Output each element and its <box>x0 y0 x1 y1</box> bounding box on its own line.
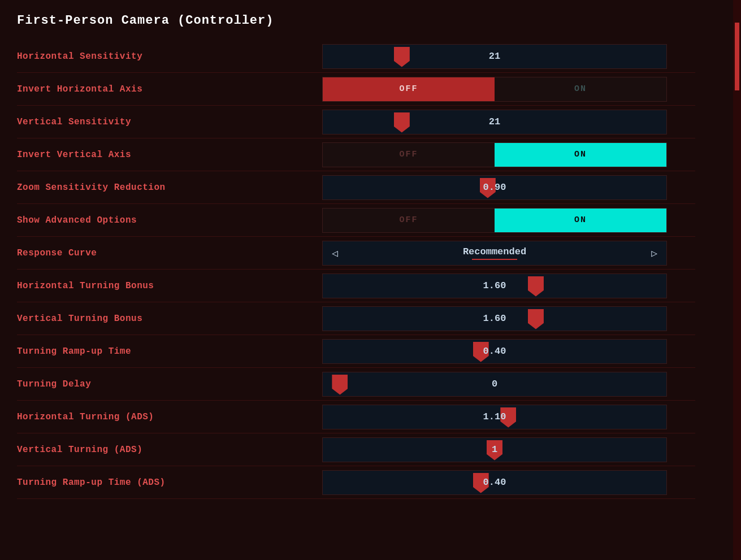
label-vertical-turning-ads: Vertical Turning (ADS) <box>17 445 322 455</box>
toggle-off-invert-horizontal-axis[interactable]: OFF <box>323 77 495 101</box>
slider-horizontal-turning-bonus[interactable]: 1.60 <box>322 274 667 298</box>
label-horizontal-turning-ads: Horizontal Turning (ADS) <box>17 412 322 422</box>
selector-response-curve[interactable]: ◁Recommended▷ <box>322 241 667 266</box>
slider-turning-ramp-up-time-ads[interactable]: 0.40 <box>322 470 667 495</box>
label-vertical-sensitivity: Vertical Sensitivity <box>17 117 322 127</box>
setting-row-horizontal-turning-bonus: Horizontal Turning Bonus1.60 <box>17 270 695 302</box>
setting-row-vertical-turning-ads: Vertical Turning (ADS)1 <box>17 433 695 466</box>
setting-row-zoom-sensitivity-reduction: Zoom Sensitivity Reduction0.90 <box>17 171 695 204</box>
control-vertical-turning-ads[interactable]: 1 <box>322 437 695 462</box>
control-invert-horizontal-axis[interactable]: OFFON <box>322 77 695 102</box>
label-horizontal-sensitivity: Horizontal Sensitivity <box>17 51 322 62</box>
slider-value-turning-delay: 0 <box>492 379 497 389</box>
selector-left-arrow-response-curve[interactable]: ◁ <box>332 247 338 259</box>
selector-underline-response-curve <box>472 259 517 260</box>
toggle-on-invert-horizontal-axis[interactable]: ON <box>495 77 666 101</box>
scrollbar[interactable] <box>733 0 741 560</box>
setting-row-turning-ramp-up-time-ads: Turning Ramp-up Time (ADS)0.40 <box>17 466 695 499</box>
selector-text-response-curve: Recommended <box>463 246 526 257</box>
slider-vertical-turning-ads[interactable]: 1 <box>322 437 667 462</box>
toggle-invert-vertical-axis[interactable]: OFFON <box>322 142 667 167</box>
slider-value-vertical-sensitivity: 21 <box>489 116 500 127</box>
control-vertical-turning-bonus[interactable]: 1.60 <box>322 306 695 331</box>
scrollbar-thumb[interactable] <box>735 23 739 90</box>
settings-list: Horizontal Sensitivity21Invert Horizonta… <box>17 40 695 499</box>
slider-vertical-turning-bonus[interactable]: 1.60 <box>322 306 667 331</box>
label-turning-delay: Turning Delay <box>17 379 322 389</box>
slider-turning-ramp-up-time[interactable]: 0.40 <box>322 339 667 364</box>
toggle-on-invert-vertical-axis[interactable]: ON <box>495 143 666 167</box>
slider-vertical-sensitivity[interactable]: 21 <box>322 110 667 134</box>
label-show-advanced-options: Show Advanced Options <box>17 215 322 225</box>
label-turning-ramp-up-time: Turning Ramp-up Time <box>17 346 322 357</box>
slider-turning-delay[interactable]: 0 <box>322 372 667 397</box>
slider-thumb-horizontal-turning-bonus <box>528 276 544 297</box>
label-vertical-turning-bonus: Vertical Turning Bonus <box>17 314 322 324</box>
slider-value-horizontal-sensitivity: 21 <box>489 51 500 62</box>
label-invert-vertical-axis: Invert Vertical Axis <box>17 150 322 160</box>
setting-row-horizontal-sensitivity: Horizontal Sensitivity21 <box>17 40 695 73</box>
slider-thumb-horizontal-sensitivity <box>394 47 410 67</box>
control-turning-ramp-up-time[interactable]: 0.40 <box>322 339 695 364</box>
setting-row-response-curve: Response Curve◁Recommended▷ <box>17 237 695 270</box>
page-title: First-Person Camera (Controller) <box>17 14 695 28</box>
slider-horizontal-turning-ads[interactable]: 1.10 <box>322 405 667 429</box>
toggle-off-show-advanced-options[interactable]: OFF <box>323 209 495 232</box>
control-show-advanced-options[interactable]: OFFON <box>322 208 695 233</box>
slider-zoom-sensitivity-reduction[interactable]: 0.90 <box>322 175 667 200</box>
setting-row-turning-delay: Turning Delay0 <box>17 368 695 401</box>
toggle-off-invert-vertical-axis[interactable]: OFF <box>323 143 495 167</box>
slider-value-horizontal-turning-bonus: 1.60 <box>483 280 506 291</box>
setting-row-invert-horizontal-axis: Invert Horizontal AxisOFFON <box>17 73 695 106</box>
label-horizontal-turning-bonus: Horizontal Turning Bonus <box>17 281 322 291</box>
control-turning-ramp-up-time-ads[interactable]: 0.40 <box>322 470 695 495</box>
toggle-show-advanced-options[interactable]: OFFON <box>322 208 667 233</box>
setting-row-horizontal-turning-ads: Horizontal Turning (ADS)1.10 <box>17 401 695 433</box>
setting-row-vertical-turning-bonus: Vertical Turning Bonus1.60 <box>17 302 695 335</box>
slider-thumb-vertical-sensitivity <box>394 112 410 133</box>
control-horizontal-turning-ads[interactable]: 1.10 <box>322 405 695 429</box>
toggle-on-show-advanced-options[interactable]: ON <box>495 209 666 232</box>
slider-thumb-vertical-turning-bonus <box>528 309 544 329</box>
slider-value-zoom-sensitivity-reduction: 0.90 <box>483 182 506 193</box>
slider-value-turning-ramp-up-time-ads: 0.40 <box>483 477 506 488</box>
control-response-curve[interactable]: ◁Recommended▷ <box>322 241 695 266</box>
control-invert-vertical-axis[interactable]: OFFON <box>322 142 695 167</box>
control-zoom-sensitivity-reduction[interactable]: 0.90 <box>322 175 695 200</box>
slider-value-vertical-turning-ads: 1 <box>492 444 497 455</box>
control-vertical-sensitivity[interactable]: 21 <box>322 110 695 134</box>
control-turning-delay[interactable]: 0 <box>322 372 695 397</box>
selector-right-arrow-response-curve[interactable]: ▷ <box>651 247 657 259</box>
slider-value-vertical-turning-bonus: 1.60 <box>483 313 506 324</box>
slider-value-horizontal-turning-ads: 1.10 <box>483 411 506 422</box>
label-turning-ramp-up-time-ads: Turning Ramp-up Time (ADS) <box>17 477 322 488</box>
control-horizontal-turning-bonus[interactable]: 1.60 <box>322 274 695 298</box>
slider-thumb-turning-delay <box>332 375 348 395</box>
setting-row-vertical-sensitivity: Vertical Sensitivity21 <box>17 106 695 138</box>
selector-value-response-curve: Recommended <box>338 246 651 260</box>
toggle-invert-horizontal-axis[interactable]: OFFON <box>322 77 667 102</box>
setting-row-turning-ramp-up-time: Turning Ramp-up Time0.40 <box>17 335 695 368</box>
slider-horizontal-sensitivity[interactable]: 21 <box>322 44 667 69</box>
setting-row-show-advanced-options: Show Advanced OptionsOFFON <box>17 204 695 237</box>
label-zoom-sensitivity-reduction: Zoom Sensitivity Reduction <box>17 183 322 193</box>
slider-value-turning-ramp-up-time: 0.40 <box>483 346 506 357</box>
label-response-curve: Response Curve <box>17 248 322 258</box>
control-horizontal-sensitivity[interactable]: 21 <box>322 44 695 69</box>
setting-row-invert-vertical-axis: Invert Vertical AxisOFFON <box>17 138 695 171</box>
label-invert-horizontal-axis: Invert Horizontal Axis <box>17 84 322 94</box>
